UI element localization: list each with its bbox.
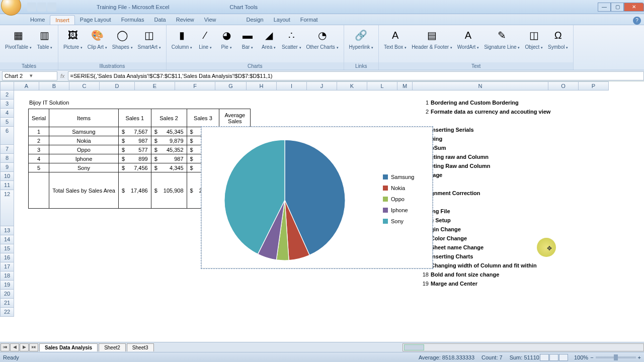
close-button[interactable]: ✕ <box>624 3 644 12</box>
undo-icon[interactable] <box>37 3 46 12</box>
row-header-8[interactable]: 8 <box>0 154 14 163</box>
col-header-H[interactable]: H <box>247 81 277 90</box>
pie-plot-area[interactable]: ✥ <box>222 137 348 263</box>
legend-item-iphone[interactable]: Iphone <box>383 205 414 216</box>
smartart-button[interactable]: ◫SmartArt ▾ <box>136 26 163 62</box>
maximize-button[interactable]: ▢ <box>611 3 624 12</box>
view-page-layout[interactable] <box>549 354 558 361</box>
column-button[interactable]: ▮Column ▾ <box>170 26 194 62</box>
row-header-15[interactable]: 15 <box>0 244 14 253</box>
office-button[interactable] <box>1 0 21 16</box>
row-header-21[interactable]: 21 <box>0 299 14 308</box>
row-header-4[interactable]: 4 <box>0 109 14 118</box>
col-header-J[interactable]: J <box>307 81 337 90</box>
zoom-out-icon[interactable]: − <box>590 354 593 360</box>
help-icon[interactable]: ? <box>633 17 641 25</box>
picture-button[interactable]: 🖼Picture ▾ <box>61 26 85 62</box>
line-button[interactable]: ⁄Line ▾ <box>195 26 215 62</box>
horizontal-scrollbar[interactable] <box>403 343 644 351</box>
tab-data[interactable]: Data <box>149 15 171 25</box>
bar-button[interactable]: ▬Bar ▾ <box>237 26 258 62</box>
view-page-break[interactable] <box>559 354 568 361</box>
pie-button[interactable]: ◕Pie ▾ <box>216 26 236 62</box>
area-button[interactable]: ◢Area ▾ <box>259 26 279 62</box>
zoom-in-icon[interactable]: + <box>638 354 641 360</box>
wordart-button[interactable]: AWordArt ▾ <box>455 26 481 62</box>
minimize-button[interactable]: — <box>598 3 611 12</box>
tab-review[interactable]: Review <box>171 15 199 25</box>
worksheet-grid[interactable]: ABCDEFGHIJKLMNOP 23456789101112131415161… <box>0 81 644 323</box>
row-header-19[interactable]: 19 <box>0 281 14 290</box>
view-normal[interactable] <box>540 354 549 361</box>
row-header-9[interactable]: 9 <box>0 163 14 172</box>
save-icon[interactable] <box>27 3 36 12</box>
tab-formulas[interactable]: Formulas <box>116 15 149 25</box>
shapes-button[interactable]: ◯Shapes ▾ <box>110 26 135 62</box>
tab-format[interactable]: Format <box>295 15 323 25</box>
sheet-tab-sheet3[interactable]: Sheet3 <box>127 343 154 351</box>
row-header-16[interactable]: 16 <box>0 253 14 262</box>
scatter-button[interactable]: ∴Scatter ▾ <box>280 26 303 62</box>
object-button[interactable]: ◫Object ▾ <box>523 26 545 62</box>
sheet-nav-last[interactable]: ⏭ <box>29 343 38 351</box>
row-header-18[interactable]: 18 <box>0 272 14 281</box>
col-header-L[interactable]: L <box>367 81 397 90</box>
row-header-7[interactable]: 7 <box>0 145 14 154</box>
legend-item-nokia[interactable]: Nokia <box>383 183 414 194</box>
col-header-E[interactable]: E <box>135 81 175 90</box>
pie-chart[interactable]: ✥ SamsungNokiaOppoIphoneSony <box>201 127 433 268</box>
tab-view[interactable]: View <box>199 15 221 25</box>
fx-icon[interactable]: fx <box>60 73 65 79</box>
dropdown-icon[interactable]: ▾ <box>30 72 55 79</box>
row-header-5[interactable]: 5 <box>0 118 14 127</box>
col-header-K[interactable]: K <box>337 81 367 90</box>
symbol-button[interactable]: ΩSymbol ▾ <box>546 26 570 62</box>
text-box-button[interactable]: AText Box ▾ <box>382 26 409 62</box>
tab-home[interactable]: Home <box>25 15 50 25</box>
tab-page-layout[interactable]: Page Layout <box>75 15 116 25</box>
row-header-11[interactable]: 11 <box>0 181 14 190</box>
col-header-O[interactable]: O <box>548 81 579 90</box>
col-header-C[interactable]: C <box>69 81 100 90</box>
formula-input[interactable]: =SERIES(,'Sales Data Analysis'!$C$7:$C$1… <box>68 71 644 80</box>
row-header-22[interactable]: 22 <box>0 308 14 317</box>
row-header-12[interactable]: 12 <box>0 190 14 226</box>
legend-item-samsung[interactable]: Samsung <box>383 171 414 183</box>
sheet-nav-prev[interactable]: ◀ <box>10 343 19 351</box>
legend-item-sony[interactable]: Sony <box>383 216 414 227</box>
zoom-slider[interactable] <box>596 356 636 358</box>
sheet-tab-sheet2[interactable]: Sheet2 <box>99 343 126 351</box>
row-header-2[interactable]: 2 <box>0 90 14 100</box>
col-header-P[interactable]: P <box>579 81 609 90</box>
legend-item-oppo[interactable]: Oppo <box>383 194 414 205</box>
tab-design[interactable]: Design <box>241 15 268 25</box>
col-header-N[interactable]: N <box>413 81 548 90</box>
col-header-F[interactable]: F <box>175 81 215 90</box>
tab-insert[interactable]: Insert <box>50 15 75 25</box>
row-header-10[interactable]: 10 <box>0 172 14 181</box>
other-charts-button[interactable]: ◔Other Charts ▾ <box>304 26 341 62</box>
sheet-nav-next[interactable]: ▶ <box>20 343 29 351</box>
pivottable-button[interactable]: ▦PivotTable ▾ <box>3 26 34 62</box>
header---footer-button[interactable]: ▤Header & Footer ▾ <box>410 26 454 62</box>
row-header-17[interactable]: 17 <box>0 262 14 272</box>
col-header-A[interactable]: A <box>14 81 39 90</box>
col-header-I[interactable]: I <box>277 81 307 90</box>
chart-legend[interactable]: SamsungNokiaOppoIphoneSony <box>383 171 414 227</box>
row-header-3[interactable]: 3 <box>0 100 14 109</box>
hyperlink-button[interactable]: 🔗Hyperlink ▾ <box>347 26 375 62</box>
sheet-tab-sales-data-analysis[interactable]: Sales Data Analysis <box>39 343 98 351</box>
row-header-20[interactable]: 20 <box>0 290 14 299</box>
tab-layout[interactable]: Layout <box>269 15 295 25</box>
table-button[interactable]: ▥Table ▾ <box>35 26 55 62</box>
name-box[interactable]: Chart 2 ▾ <box>2 71 57 80</box>
sheet-nav-first[interactable]: ⏮ <box>1 343 10 351</box>
col-header-D[interactable]: D <box>100 81 135 90</box>
redo-icon[interactable] <box>47 3 56 12</box>
row-header-13[interactable]: 13 <box>0 226 14 235</box>
signature-line-button[interactable]: ✎Signature Line ▾ <box>482 26 522 62</box>
col-header-M[interactable]: M <box>397 81 413 90</box>
select-all-cell[interactable] <box>0 81 14 90</box>
col-header-G[interactable]: G <box>215 81 247 90</box>
row-header-14[interactable]: 14 <box>0 235 14 244</box>
